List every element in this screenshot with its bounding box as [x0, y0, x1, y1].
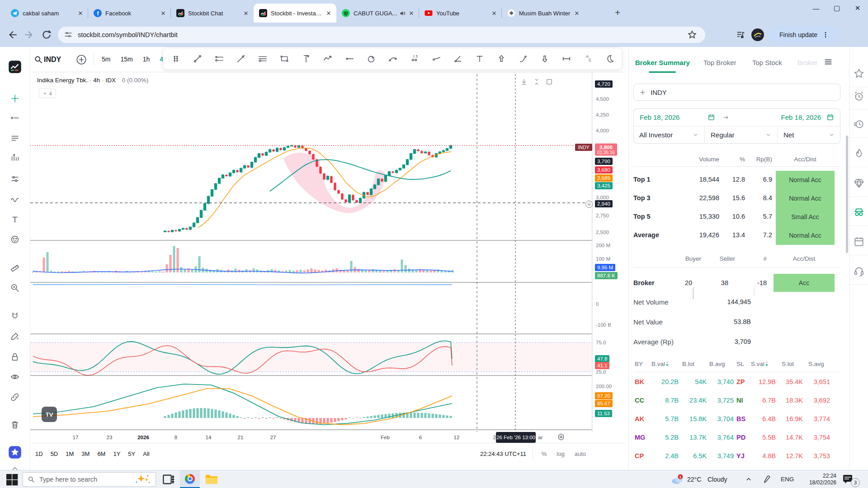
range-3m[interactable]: 3M [81, 450, 90, 457]
language-indicator[interactable]: ENG [781, 476, 794, 483]
filter-dropdown-all-investor[interactable]: All Investor [633, 126, 704, 144]
site-settings-icon[interactable] [64, 31, 72, 39]
calendar-icon[interactable] [853, 236, 865, 248]
browser-tab[interactable]: fFacebook✕ [88, 4, 171, 23]
range-1m[interactable]: 1M [66, 450, 74, 457]
wave-icon[interactable] [318, 51, 338, 67]
col-seller[interactable]: Seller [708, 255, 735, 262]
tray-chevron-icon[interactable] [745, 476, 752, 483]
ray-icon[interactable] [426, 51, 446, 67]
symbol-search-icon[interactable] [34, 55, 43, 64]
weather-icon[interactable]: 1 [670, 474, 684, 485]
tab-close-icon[interactable]: ✕ [573, 9, 581, 17]
crosshair-icon[interactable] [8, 91, 22, 106]
filter-dropdown-net[interactable]: Net [777, 126, 840, 144]
text-icon[interactable] [470, 51, 490, 67]
arrow-up-icon[interactable] [491, 51, 511, 67]
broker-col-bval[interactable]: B.val [651, 361, 670, 367]
browser-tab[interactable]: ✻Musim Buah Winter✕ [502, 4, 585, 23]
panel-tab-broker-summary[interactable]: Broker Summary [635, 59, 690, 66]
chart-legend[interactable]: Indika Energy Tbk. · 4h · IDX 0 (0.00%) [37, 77, 148, 84]
broker-col-savg[interactable]: S.avg [808, 361, 824, 367]
extended-line-icon[interactable] [231, 51, 251, 67]
broker-col-sval[interactable]: S.val [751, 361, 769, 367]
curve-icon[interactable] [383, 51, 403, 67]
bookmark-star-icon[interactable] [687, 30, 697, 40]
rectangle-icon[interactable] [274, 51, 294, 67]
edit-icon[interactable]: a [8, 329, 22, 343]
browser-tab[interactable]: cakbal saham✕ [5, 4, 88, 23]
collapsed-indicators-chip[interactable]: 4 [39, 89, 56, 98]
emoji-icon[interactable] [8, 232, 22, 247]
parallel-lines-icon[interactable] [253, 51, 273, 67]
drag-handle-icon[interactable] [166, 51, 186, 67]
sliders-icon[interactable] [8, 172, 22, 186]
weather-condition[interactable]: Cloudy [708, 476, 727, 483]
flame-icon[interactable] [853, 148, 865, 160]
forward-button[interactable] [24, 29, 35, 41]
back-button[interactable] [6, 29, 18, 41]
col-pct[interactable]: % [731, 156, 745, 163]
timeframe-5m[interactable]: 5m [102, 56, 110, 63]
finish-update-button[interactable]: Finish update [769, 26, 840, 43]
copilot-sparkle-icon[interactable] [133, 474, 151, 485]
magnet-icon[interactable] [8, 309, 22, 323]
headset-icon[interactable] [853, 265, 865, 277]
dot-line-icon[interactable] [8, 111, 22, 125]
broker-col-blot[interactable]: B.lot [682, 361, 694, 367]
maximize-button[interactable]: ▢ [826, 0, 847, 16]
range-1y[interactable]: 1Y [113, 450, 120, 457]
mode-auto[interactable]: auto [575, 450, 586, 457]
browser-tab[interactable]: CABUT GUGATAN✕ [336, 4, 419, 23]
sell-broker-code[interactable]: PD [736, 434, 745, 441]
candlestick-chart[interactable] [30, 72, 592, 433]
brush-icon[interactable] [513, 51, 533, 67]
address-bar[interactable]: stockbit.com/symbol/INDY/chartbit [58, 27, 705, 43]
text-icon[interactable] [8, 212, 22, 227]
date-from-calendar[interactable] [708, 113, 715, 121]
date-axis-settings-icon[interactable] [557, 433, 565, 441]
browser-tab[interactable]: Stockbit Chat✕ [171, 4, 254, 23]
tab-close-icon[interactable]: ✕ [242, 9, 250, 17]
symbol-input[interactable]: INDY [633, 84, 840, 101]
tab-audio-icon[interactable] [399, 10, 406, 17]
sell-broker-code[interactable]: YJ [736, 452, 745, 460]
symbol-search-button[interactable]: INDY [44, 56, 61, 64]
date-to-calendar[interactable] [826, 113, 834, 121]
long-position-icon[interactable]: 15 [405, 51, 425, 67]
floating-drawing-toolbar[interactable]: 15AC [163, 48, 622, 70]
arrow-down-icon[interactable] [535, 51, 555, 67]
start-button[interactable] [3, 472, 21, 487]
incognito-icon[interactable] [853, 206, 865, 218]
date-to-field[interactable]: Feb 18, 2026 [781, 113, 821, 121]
timeframe-15m[interactable]: 15m [120, 56, 132, 63]
mode-%[interactable]: % [542, 450, 547, 457]
range-all[interactable]: All [143, 450, 149, 457]
panel-menu-icon[interactable] [823, 57, 833, 67]
tab-close-icon[interactable]: ✕ [490, 9, 498, 17]
range-6m[interactable]: 6M [97, 450, 105, 457]
letters-icon[interactable]: AC [578, 51, 598, 67]
chart-plot-area[interactable] [30, 72, 592, 433]
col-buyer[interactable]: Buyer [674, 255, 701, 262]
trash-icon[interactable] [8, 418, 22, 432]
ruler-icon[interactable] [8, 260, 22, 274]
col-count[interactable]: # [753, 255, 767, 262]
browser-menu-icon[interactable] [822, 31, 829, 38]
broker-col-slot[interactable]: S.lot [782, 361, 794, 367]
buy-broker-code[interactable]: CC [635, 397, 644, 404]
close-window-button[interactable]: ✕ [847, 0, 868, 16]
tab-close-icon[interactable]: ✕ [325, 9, 333, 17]
browser-tab[interactable]: YouTube✕ [419, 4, 502, 23]
info-line-icon[interactable] [209, 51, 229, 67]
file-explorer-icon[interactable] [203, 472, 221, 487]
bars-pattern-icon[interactable] [8, 151, 22, 165]
panel-tab-top-broker[interactable]: Top Broker [703, 59, 736, 66]
broker-col-sl[interactable]: SL [736, 361, 744, 367]
col-accdist[interactable]: Acc/Dist [776, 156, 835, 163]
price-axis[interactable]: 4,7204,5004,2504,0003,80001:35:163,7903,… [592, 72, 626, 433]
task-view-icon[interactable] [159, 472, 177, 487]
broker-col-bavg[interactable]: B.avg [709, 361, 725, 367]
collapse-pane-icon[interactable] [533, 78, 541, 86]
notification-center-button[interactable]: 3 [842, 474, 857, 485]
